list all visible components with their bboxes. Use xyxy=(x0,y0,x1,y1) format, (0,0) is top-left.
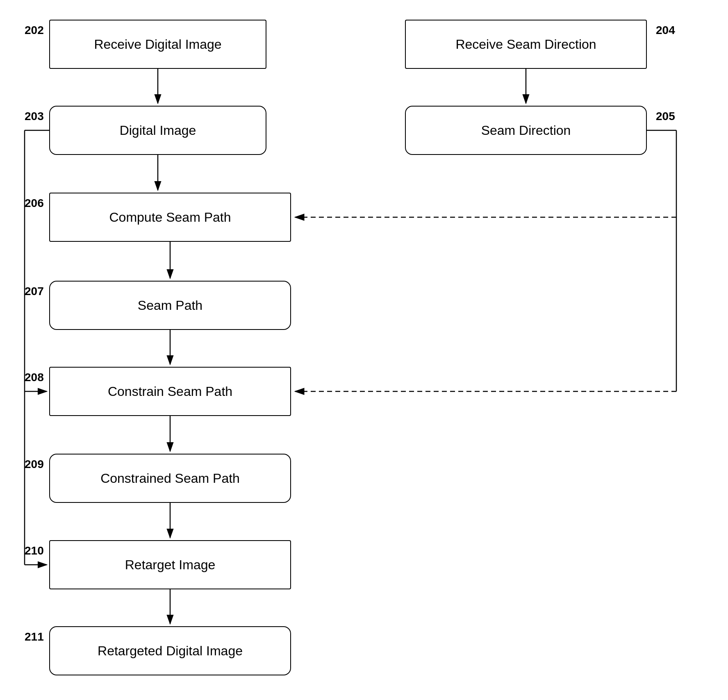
label-210: 210 xyxy=(25,544,44,557)
label-207: 207 xyxy=(25,285,44,298)
retargeted-digital-image-label: Retargeted Digital Image xyxy=(98,643,243,659)
constrain-seam-path-box: Constrain Seam Path xyxy=(49,367,291,416)
receive-seam-direction-label: Receive Seam Direction xyxy=(455,37,596,52)
seam-path-label: Seam Path xyxy=(138,298,202,313)
retarget-image-box: Retarget Image xyxy=(49,540,291,589)
label-208: 208 xyxy=(25,371,44,384)
label-209: 209 xyxy=(25,458,44,471)
compute-seam-path-label: Compute Seam Path xyxy=(109,210,231,225)
receive-digital-image-label: Receive Digital Image xyxy=(94,37,221,52)
label-206: 206 xyxy=(25,197,44,210)
receive-seam-direction-box: Receive Seam Direction xyxy=(405,20,647,69)
seam-direction-label: Seam Direction xyxy=(481,123,571,138)
diagram-container: 202 Receive Digital Image 204 Receive Se… xyxy=(0,0,728,700)
retarget-image-label: Retarget Image xyxy=(125,557,216,573)
seam-path-box: Seam Path xyxy=(49,281,291,330)
label-205: 205 xyxy=(656,110,675,123)
receive-digital-image-box: Receive Digital Image xyxy=(49,20,266,69)
digital-image-box: Digital Image xyxy=(49,106,266,155)
label-203: 203 xyxy=(25,110,44,123)
constrain-seam-path-label: Constrain Seam Path xyxy=(108,384,232,399)
arrows-svg xyxy=(0,0,728,700)
seam-direction-box: Seam Direction xyxy=(405,106,647,155)
constrained-seam-path-box: Constrained Seam Path xyxy=(49,454,291,503)
digital-image-label: Digital Image xyxy=(120,123,196,138)
label-211: 211 xyxy=(25,630,44,643)
label-204: 204 xyxy=(656,24,675,37)
label-202: 202 xyxy=(25,24,44,37)
constrained-seam-path-label: Constrained Seam Path xyxy=(100,471,240,486)
compute-seam-path-box: Compute Seam Path xyxy=(49,193,291,242)
retargeted-digital-image-box: Retargeted Digital Image xyxy=(49,626,291,675)
